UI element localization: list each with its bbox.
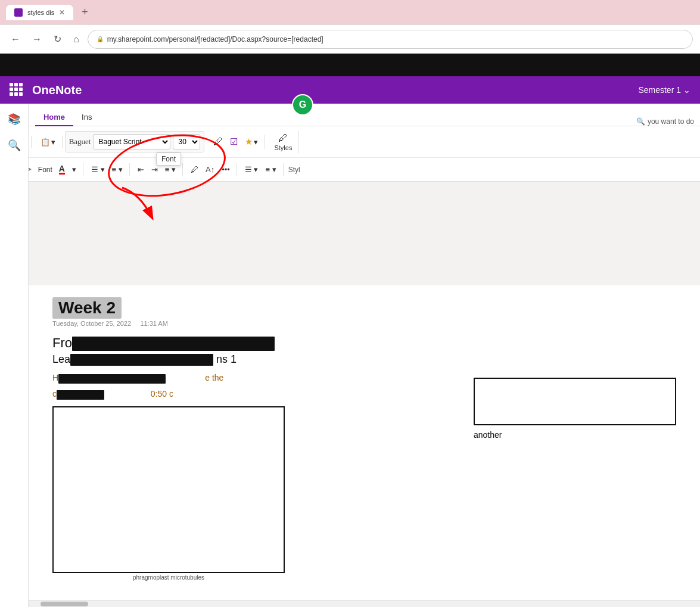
paste-button[interactable]: 📋 ▾ — [38, 136, 58, 148]
orange-text-2: c 0:50 c — [52, 388, 456, 400]
chevron-down-icon: ⌄ — [683, 85, 690, 95]
search-icon: 🔍 — [636, 117, 645, 126]
font-tooltip-text: Font — [161, 155, 176, 163]
image-caption-1: phragmoplast microtubules — [52, 574, 285, 581]
tell-me-input[interactable]: 🔍 you want to do — [636, 117, 694, 126]
annotation-arrow — [116, 182, 164, 229]
content-subheading: Lea ns 1 — [52, 353, 676, 366]
address-text: my.sharepoint.com/personal/[redacted]/Do… — [107, 35, 323, 43]
format-group: 🖊 ☑ ★ ▾ — [207, 135, 265, 149]
styl-text-group: Styl — [285, 166, 304, 174]
content-area: Week 2 Tuesday, October 25, 2022 11:31 A… — [29, 285, 700, 607]
sidebar-icon-search[interactable]: 🔍 — [5, 136, 24, 155]
tab-close-button[interactable]: ✕ — [59, 8, 65, 17]
sidebar: 📚 🔍 — [0, 104, 29, 607]
ribbon-tabs: File Home Ins 🔍 you want to do — [0, 104, 700, 126]
image-placeholder-2 — [474, 378, 676, 425]
page-date: Tuesday, October 25, 2022 11:31 AM — [52, 320, 676, 327]
style-list-button[interactable]: ☰ ▾ — [242, 163, 262, 176]
browser-nav-bar: ← → ↻ ⌂ 🔒 my.sharepoint.com/personal/[re… — [0, 25, 700, 54]
star-button[interactable]: ★ ▾ — [242, 135, 261, 149]
forward-button[interactable]: → — [29, 32, 45, 47]
browser-tab-bar: styles dis ✕ + — [0, 0, 700, 25]
font-color-dropdown[interactable]: ▾ — [69, 163, 79, 176]
page-title-section: Week 2 Tuesday, October 25, 2022 11:31 A… — [52, 297, 676, 327]
more-options-button[interactable]: ••• — [219, 163, 233, 176]
style-highlight-group: 🖊 A↑ ••• — [184, 163, 237, 176]
font-family-select[interactable]: Baguet Script Calibri Arial — [93, 134, 170, 150]
font-group: Baguet Baguet Script Calibri Arial 30 11… — [65, 131, 205, 152]
styl-label: Styl — [288, 166, 300, 174]
styles-pen-icon: 🖊 — [278, 133, 288, 144]
text-highlight-icon: 🖊 — [191, 165, 198, 174]
grammarly-badge[interactable]: G — [292, 94, 313, 116]
date-text: Tuesday, October 25, 2022 — [52, 320, 131, 327]
horizontal-scrollbar[interactable] — [29, 600, 700, 607]
ribbon: File Home Ins 🔍 you want to do ↩ ▾ 📋 ▾ B… — [0, 104, 700, 182]
sidebar-icon-notebooks[interactable]: 📚 — [5, 110, 24, 129]
home-button[interactable]: ⌂ — [70, 32, 83, 47]
styles-group: 🖊 Styles — [267, 131, 299, 153]
reload-button[interactable]: ↻ — [50, 31, 65, 47]
content-heading: Fro — [52, 335, 676, 351]
content-left-1: H e the c 0:50 c phragmoplast microtubul… — [52, 372, 456, 587]
semester-label-text: Semester 1 — [638, 85, 681, 95]
semester-selector[interactable]: Semester 1 ⌄ — [638, 85, 690, 95]
back-button[interactable]: ← — [7, 32, 24, 47]
lock-icon: 🔒 — [97, 36, 104, 42]
highlight-button[interactable]: 🖊 — [210, 135, 226, 149]
decrease-indent-button[interactable]: ⇤ — [135, 163, 147, 176]
app-toolbar-strip — [0, 54, 700, 76]
font-size-select[interactable]: 30 11 12 14 18 24 — [173, 134, 200, 150]
tab-title: styles dis — [27, 9, 54, 16]
scrollbar-thumb[interactable] — [41, 602, 88, 606]
styles-label: Styles — [274, 144, 292, 151]
styles-button[interactable]: 🖊 Styles — [271, 131, 295, 153]
browser-tab[interactable]: styles dis ✕ — [6, 5, 73, 20]
orange-text-1: H e the — [52, 372, 456, 384]
style-numbered-button[interactable]: ≡ ▾ — [262, 163, 279, 176]
address-bar[interactable]: 🔒 my.sharepoint.com/personal/[redacted]/… — [88, 30, 693, 49]
ribbon-toolbar-1: ↩ ▾ 📋 ▾ Baguet Baguet Script Calibri Ari… — [0, 126, 700, 157]
checkbox-button[interactable]: ☑ — [227, 135, 241, 149]
onenote-header: OneNote Semester 1 ⌄ — [0, 76, 700, 104]
page-title: Week 2 — [52, 297, 122, 319]
checkbox-icon: ☑ — [230, 136, 238, 147]
another-text: another — [474, 430, 676, 440]
font-color-button[interactable]: A — [56, 163, 68, 176]
content-row-1: H e the c 0:50 c phragmoplast microtubul… — [52, 372, 676, 587]
tab-favicon — [14, 8, 23, 17]
font-preview-text: Baguet — [69, 137, 91, 147]
content-right-1: another — [474, 372, 676, 440]
font-color-icon: A — [59, 164, 65, 175]
paste-icon: 📋 — [41, 138, 50, 147]
highlight-icon: 🖊 — [213, 136, 223, 147]
font-label-text: Font — [36, 166, 55, 174]
star-icon: ★ — [245, 136, 253, 147]
list-group: ☰ ▾ ≡ ▾ — [85, 163, 130, 176]
numbered-list-button[interactable]: ≡ ▾ — [109, 163, 126, 176]
new-tab-button[interactable]: + — [78, 6, 92, 18]
tell-me-text: you want to do — [648, 117, 694, 126]
ribbon-toolbar-2: B ✏ Font A ▾ ☰ ▾ ≡ ▾ ⇤ ⇥ ≡ ▾ 🖊 A↑ ••• — [0, 157, 700, 181]
text-highlight-button[interactable]: 🖊 — [188, 163, 201, 176]
image-placeholder-1 — [52, 406, 285, 573]
clipboard-group: 📋 ▾ — [34, 136, 63, 148]
font-size-increase-button[interactable]: A↑ — [203, 163, 217, 176]
waffle-icon[interactable] — [10, 83, 24, 97]
font-tooltip: Font — [156, 152, 181, 166]
heading-text: Fro — [52, 335, 275, 350]
image-section-1: phragmoplast microtubules — [52, 406, 456, 581]
app-name: OneNote — [32, 83, 638, 97]
style-list-group: ☰ ▾ ≡ ▾ — [238, 163, 284, 176]
bullet-list-button[interactable]: ☰ ▾ — [88, 163, 108, 176]
tab-home[interactable]: Home — [35, 109, 73, 126]
tab-insert[interactable]: Ins — [73, 109, 100, 126]
grammarly-letter: G — [299, 99, 306, 110]
time-text: 11:31 AM — [140, 320, 167, 327]
